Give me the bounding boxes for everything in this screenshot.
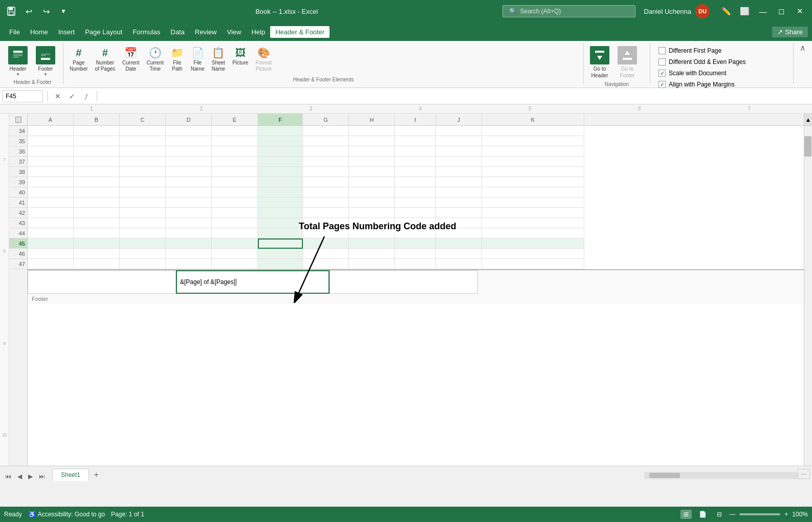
footer-left-section[interactable] (28, 270, 176, 294)
cell-I39[interactable] (395, 177, 436, 187)
cell-G41[interactable] (303, 198, 349, 208)
zoom-slider[interactable] (739, 513, 780, 515)
col-header-B[interactable]: B (74, 114, 120, 125)
normal-view-button[interactable]: ⊞ (681, 510, 692, 519)
redo-button[interactable]: ↪ (39, 4, 53, 18)
footer-center-section[interactable]: &[Page] of &[Pages] (176, 270, 330, 294)
cell-F41[interactable] (258, 198, 303, 208)
cell-K41[interactable] (482, 198, 584, 208)
cell-C37[interactable] (120, 157, 166, 167)
cell-I37[interactable] (395, 157, 436, 167)
cell-A43[interactable] (28, 218, 74, 228)
cell-K43[interactable] (482, 218, 584, 228)
cell-J47[interactable] (436, 259, 482, 269)
footer-button[interactable]: Footer ▼ (33, 45, 58, 78)
cell-F47[interactable] (258, 259, 303, 269)
cell-H44[interactable] (349, 228, 395, 238)
row-header-44[interactable]: 44 (9, 228, 27, 238)
cell-G47[interactable] (303, 259, 349, 269)
col-header-I[interactable]: I (395, 114, 436, 125)
diff-odd-even-option[interactable]: Different Odd & Even Pages (659, 58, 785, 66)
cell-B36[interactable] (74, 146, 120, 157)
cell-G45[interactable] (303, 238, 349, 249)
cell-C40[interactable] (120, 187, 166, 198)
diff-first-page-option[interactable]: Different First Page (659, 47, 785, 54)
cell-I35[interactable] (395, 136, 436, 146)
restore-window-icon[interactable]: ⬜ (736, 4, 753, 18)
cell-G40[interactable] (303, 187, 349, 198)
cell-B47[interactable] (74, 259, 120, 269)
cell-B40[interactable] (74, 187, 120, 198)
cell-J37[interactable] (436, 157, 482, 167)
col-header-G[interactable]: G (303, 114, 349, 125)
cell-K35[interactable] (482, 136, 584, 146)
goto-header-button[interactable]: Go toHeader (587, 45, 612, 80)
customize-qat-button[interactable]: ▼ (56, 4, 71, 18)
cell-B35[interactable] (74, 136, 120, 146)
cell-A38[interactable] (28, 167, 74, 177)
cell-H43[interactable] (349, 218, 395, 228)
header-button[interactable]: Header ▼ (5, 45, 31, 78)
page-layout-view-button[interactable]: 📄 (696, 510, 710, 519)
cell-D41[interactable] (166, 198, 212, 208)
row-header-35[interactable]: 35 (9, 136, 27, 146)
cell-I44[interactable] (395, 228, 436, 238)
picture-button[interactable]: 🖼 Picture (229, 45, 251, 68)
col-header-C[interactable]: C (120, 114, 166, 125)
cell-J40[interactable] (436, 187, 482, 198)
page-number-button[interactable]: # PageNumber (67, 45, 91, 72)
cell-C34[interactable] (120, 126, 166, 136)
cell-H38[interactable] (349, 167, 395, 177)
cell-H45[interactable] (349, 238, 395, 249)
cell-G43[interactable] (303, 218, 349, 228)
cell-J36[interactable] (436, 146, 482, 157)
cell-B44[interactable] (74, 228, 120, 238)
cell-B43[interactable] (74, 218, 120, 228)
cell-G38[interactable] (303, 167, 349, 177)
cell-E35[interactable] (212, 136, 258, 146)
cell-I46[interactable] (395, 249, 436, 259)
cell-K42[interactable] (482, 208, 584, 218)
cell-K47[interactable] (482, 259, 584, 269)
footer-right-section[interactable] (330, 270, 478, 294)
cell-I42[interactable] (395, 208, 436, 218)
zoom-plus[interactable]: + (784, 511, 788, 518)
cell-C45[interactable] (120, 238, 166, 249)
cell-E44[interactable] (212, 228, 258, 238)
maximize-icon[interactable]: ◻ (773, 4, 789, 18)
row-header-36[interactable]: 36 (9, 146, 27, 157)
row-header-43[interactable]: 43 (9, 218, 27, 228)
cell-C42[interactable] (120, 208, 166, 218)
cell-E37[interactable] (212, 157, 258, 167)
cell-F46[interactable] (258, 249, 303, 259)
current-date-button[interactable]: 📅 CurrentDate (119, 45, 142, 72)
cell-D40[interactable] (166, 187, 212, 198)
more-sheets-button[interactable]: ⋯ (798, 469, 810, 479)
cell-C39[interactable] (120, 177, 166, 187)
cell-A42[interactable] (28, 208, 74, 218)
cell-G39[interactable] (303, 177, 349, 187)
h-scroll-thumb[interactable] (649, 473, 680, 478)
cell-D47[interactable] (166, 259, 212, 269)
cell-F37[interactable] (258, 157, 303, 167)
cell-C44[interactable] (120, 228, 166, 238)
cell-E34[interactable] (212, 126, 258, 136)
cell-H47[interactable] (349, 259, 395, 269)
cell-F43[interactable] (258, 218, 303, 228)
cell-K39[interactable] (482, 177, 584, 187)
cell-D44[interactable] (166, 228, 212, 238)
pen-icon[interactable]: ✏️ (718, 4, 734, 18)
cell-J35[interactable] (436, 136, 482, 146)
cell-I43[interactable] (395, 218, 436, 228)
cell-I45[interactable] (395, 238, 436, 249)
save-icon[interactable] (4, 4, 18, 18)
cell-D36[interactable] (166, 146, 212, 157)
last-sheet-button[interactable]: ⏭ (36, 472, 48, 481)
cell-G37[interactable] (303, 157, 349, 167)
cell-G46[interactable] (303, 249, 349, 259)
cell-K37[interactable] (482, 157, 584, 167)
col-header-K[interactable]: K (482, 114, 584, 125)
cell-E45[interactable] (212, 238, 258, 249)
row-header-42[interactable]: 42 (9, 208, 27, 218)
scale-doc-checkbox[interactable] (659, 70, 666, 77)
